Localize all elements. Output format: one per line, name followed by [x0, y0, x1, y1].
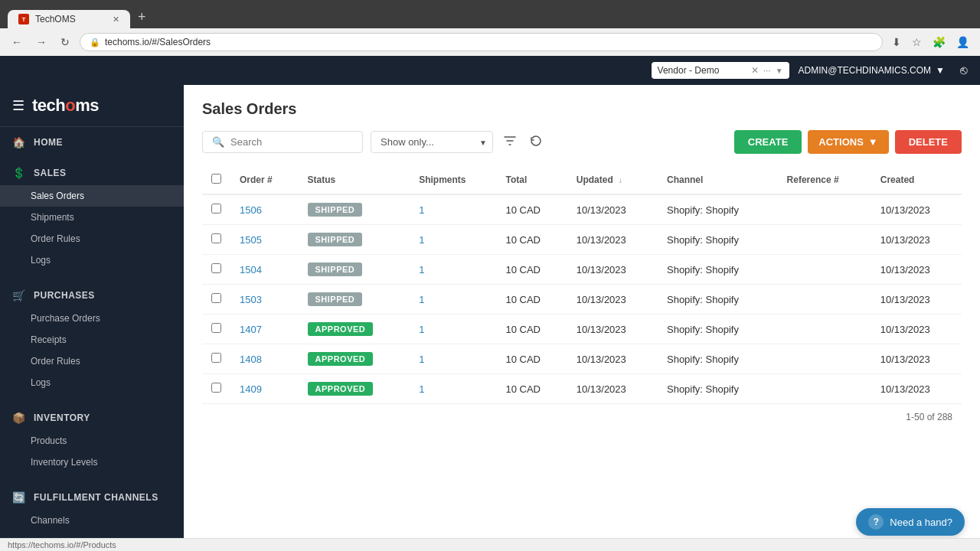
sidebar-item-products[interactable]: Products	[0, 430, 184, 452]
row-checkbox-0[interactable]	[211, 204, 221, 214]
vendor-more-icon[interactable]: ···	[763, 65, 771, 76]
sidebar-item-channels[interactable]: Channels	[0, 510, 184, 531]
user-email: ADMIN@TECHDINAMICS.COM	[799, 65, 932, 76]
row-order-3: 1503	[230, 285, 299, 315]
sidebar-item-shipments[interactable]: Shipments	[0, 207, 184, 228]
sidebar-fulfillment-label: FULFILLMENT CHANNELS	[34, 492, 158, 503]
actions-button[interactable]: ACTIONS ▼	[808, 130, 888, 154]
sidebar-item-fulfillment[interactable]: 🔄 FULFILLMENT CHANNELS	[0, 485, 184, 510]
sidebar-item-order-rules-sales[interactable]: Order Rules	[0, 228, 184, 249]
profile-icon[interactable]: 👤	[953, 34, 972, 50]
search-box[interactable]: 🔍	[202, 131, 363, 153]
row-updated-5: 10/13/2023	[567, 344, 658, 374]
sidebar-item-logs-sales[interactable]: Logs	[0, 249, 184, 271]
actions-label: ACTIONS	[818, 136, 864, 148]
new-tab-button[interactable]: +	[132, 6, 152, 28]
sidebar-purchase-orders-label: Purchase Orders	[31, 313, 100, 324]
sidebar-item-inventory-levels[interactable]: Inventory Levels	[0, 452, 184, 473]
order-link-2[interactable]: 1504	[240, 264, 262, 276]
main-content: Sales Orders 🔍 Show only... ▼	[184, 85, 980, 547]
col-reference: Reference #	[778, 166, 871, 194]
shipment-link-5[interactable]: 1	[419, 354, 424, 365]
show-only-wrapper: Show only... ▼	[371, 131, 493, 153]
col-channel: Channel	[658, 166, 778, 194]
help-button[interactable]: ? Need a hand?	[856, 508, 965, 536]
show-only-select[interactable]: Show only...	[371, 131, 493, 153]
refresh-icon[interactable]	[527, 132, 545, 153]
user-info[interactable]: ADMIN@TECHDINAMICS.COM ▼	[799, 65, 945, 76]
row-status-0: SHIPPED	[299, 194, 410, 225]
sidebar-item-order-rules-purchases[interactable]: Order Rules	[0, 350, 184, 372]
search-input[interactable]	[230, 136, 353, 148]
sidebar-item-sales[interactable]: 💲 SALES	[0, 161, 184, 185]
star-icon[interactable]: ☆	[909, 34, 925, 50]
active-tab[interactable]: T TechOMS ✕	[8, 10, 130, 28]
vendor-selector[interactable]: Vendor - Demo ✕ ··· ▼	[652, 62, 789, 79]
reload-button[interactable]: ↻	[57, 34, 74, 50]
address-bar[interactable]: 🔒 techoms.io/#/SalesOrders	[80, 33, 883, 51]
row-reference-6	[778, 374, 871, 404]
row-status-2: SHIPPED	[299, 255, 410, 285]
order-link-0[interactable]: 1506	[240, 204, 262, 216]
shipment-link-3[interactable]: 1	[419, 294, 424, 305]
sidebar-item-logs-purchases[interactable]: Logs	[0, 372, 184, 393]
sidebar-item-purchase-orders[interactable]: Purchase Orders	[0, 308, 184, 329]
row-checkbox-4[interactable]	[211, 323, 221, 333]
filter-icon[interactable]	[501, 132, 519, 153]
order-link-5[interactable]: 1408	[240, 354, 262, 365]
tab-close-button[interactable]: ✕	[113, 15, 119, 24]
row-total-3: 10 CAD	[496, 285, 567, 315]
row-checkbox-6[interactable]	[211, 383, 221, 393]
row-checkbox-1[interactable]	[211, 233, 221, 243]
shipment-link-1[interactable]: 1	[419, 234, 424, 246]
logout-icon[interactable]: ⎋	[960, 64, 968, 77]
fulfillment-icon: 🔄	[12, 491, 26, 504]
sidebar-item-home[interactable]: 🏠 HOME	[0, 130, 184, 155]
order-link-4[interactable]: 1407	[240, 324, 262, 335]
row-checkbox-3[interactable]	[211, 293, 221, 303]
row-created-5: 10/13/2023	[871, 344, 962, 374]
extension-icon[interactable]: 🧩	[929, 34, 949, 50]
row-checkbox-2[interactable]	[211, 263, 221, 273]
sidebar-item-sales-orders[interactable]: Sales Orders	[0, 185, 184, 207]
shipment-link-2[interactable]: 1	[419, 264, 424, 276]
sidebar-item-inventory[interactable]: 📦 INVENTORY	[0, 406, 184, 430]
sidebar-item-purchases[interactable]: 🛒 PURCHASES	[0, 283, 184, 308]
table-row: 1407 APPROVED 1 10 CAD 10/13/2023 Shopif…	[202, 315, 962, 344]
order-link-1[interactable]: 1505	[240, 234, 262, 246]
row-channel-4: Shopify: Shopify	[658, 315, 778, 344]
forward-button[interactable]: →	[32, 34, 51, 50]
create-button[interactable]: CREATE	[734, 130, 802, 154]
user-dropdown-arrow[interactable]: ▼	[936, 65, 945, 76]
order-link-6[interactable]: 1409	[240, 383, 262, 395]
sidebar-item-receipts[interactable]: Receipts	[0, 329, 184, 350]
sidebar-section-purchases: 🛒 PURCHASES Purchase Orders Receipts Ord…	[0, 280, 184, 396]
menu-icon[interactable]: ☰	[12, 97, 24, 114]
row-shipments-0: 1	[410, 194, 496, 225]
shipment-link-0[interactable]: 1	[419, 204, 424, 216]
row-checkbox-cell	[202, 374, 230, 404]
row-shipments-2: 1	[410, 255, 496, 285]
row-status-6: APPROVED	[299, 374, 410, 404]
order-link-3[interactable]: 1503	[240, 294, 262, 305]
vendor-dropdown-arrow[interactable]: ▼	[776, 67, 783, 75]
select-all-checkbox[interactable]	[211, 174, 221, 184]
row-total-0: 10 CAD	[496, 194, 567, 225]
row-total-4: 10 CAD	[496, 315, 567, 344]
row-order-0: 1506	[230, 194, 299, 225]
sidebar-header: ☰ techoms	[0, 85, 184, 127]
sidebar-inventory-label: INVENTORY	[34, 412, 90, 423]
shipment-link-6[interactable]: 1	[419, 383, 424, 395]
sidebar-shipments-label: Shipments	[31, 212, 74, 223]
shipment-link-4[interactable]: 1	[419, 324, 424, 335]
home-icon: 🏠	[12, 136, 26, 148]
delete-button[interactable]: DELETE	[895, 130, 962, 154]
download-icon[interactable]: ⬇	[889, 34, 904, 50]
vendor-clear-icon[interactable]: ✕	[751, 65, 759, 76]
sidebar-home-label: HOME	[34, 137, 63, 148]
back-button[interactable]: ←	[8, 34, 26, 50]
row-checkbox-5[interactable]	[211, 353, 221, 363]
row-reference-4	[778, 315, 871, 344]
row-updated-1: 10/13/2023	[567, 225, 658, 255]
row-updated-0: 10/13/2023	[567, 194, 658, 225]
